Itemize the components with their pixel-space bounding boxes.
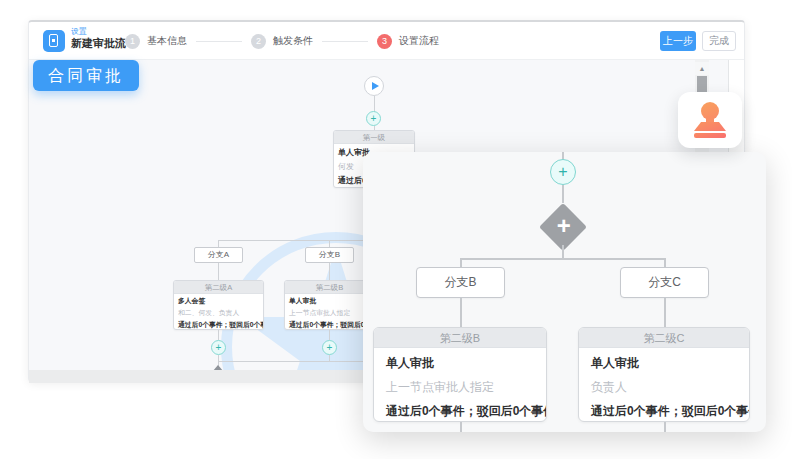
node-events: 通过后0个事件；驳回后0个事件 xyxy=(374,396,546,420)
flow-line xyxy=(460,258,462,267)
step-label: 设置流程 xyxy=(399,34,439,48)
flow-line xyxy=(374,96,375,112)
node-assignee: 和二、何发、负责人 xyxy=(174,306,263,318)
plus-icon: + xyxy=(547,210,581,242)
node-card-title: 第二级A xyxy=(174,281,263,294)
node-card-level2a[interactable]: 第二级A 多人会签 和二、何发、负责人 通过后0个事件；驳回后0个事件 xyxy=(173,280,264,330)
node-approval-type: 单人审批 xyxy=(285,294,374,306)
previous-step-button[interactable]: 上一步 xyxy=(660,31,696,51)
step-trigger-condition[interactable]: 2 触发条件 xyxy=(251,34,313,49)
flow-line xyxy=(329,330,330,340)
flow-line xyxy=(562,185,564,203)
flow-line xyxy=(218,263,219,280)
zoom-panel: + + 分支B 分支C 第二级B 单人审批 上一节点审批人指定 通过后0个事件；… xyxy=(363,152,766,432)
flow-line xyxy=(218,330,219,340)
flow-line xyxy=(664,258,666,267)
flow-line xyxy=(664,298,666,327)
stamp-card xyxy=(678,92,742,148)
step-set-process[interactable]: 3 设置流程 xyxy=(377,34,439,49)
wizard-steps: 1 基本信息 2 触发条件 3 设置流程 xyxy=(125,22,439,60)
node-card-title: 第二级C xyxy=(579,328,749,348)
branch-c-box[interactable]: 分支C xyxy=(620,267,709,298)
play-icon xyxy=(372,82,379,90)
node-assignee: 负责人 xyxy=(579,372,749,396)
condition-branch-node[interactable]: + xyxy=(539,203,587,251)
flow-line xyxy=(329,240,330,247)
page-title: 新建审批流 xyxy=(71,37,126,51)
node-card-title: 第二级B xyxy=(374,328,546,348)
flow-line xyxy=(664,422,666,432)
node-card-title: 第二级B xyxy=(285,281,374,294)
process-name-tag: 合同审批 xyxy=(33,60,139,91)
step-basic-info[interactable]: 1 基本信息 xyxy=(125,34,187,49)
branch-b-box[interactable]: 分支B xyxy=(305,247,354,263)
start-node[interactable] xyxy=(364,76,384,96)
flow-line xyxy=(460,298,462,327)
node-card-level2b[interactable]: 第二级B 单人审批 上一节点审批人指定 通过后0个事件；驳回后0个事件 xyxy=(284,280,375,330)
add-node-button[interactable]: + xyxy=(550,159,576,185)
step-label: 触发条件 xyxy=(273,34,313,48)
step-number: 3 xyxy=(377,34,392,49)
flow-line xyxy=(218,240,219,247)
step-connector xyxy=(196,41,242,42)
add-node-button[interactable]: + xyxy=(211,340,226,355)
app-title-block: 设置 新建审批流 xyxy=(71,27,126,51)
node-card-level2b[interactable]: 第二级B 单人审批 上一节点审批人指定 通过后0个事件；驳回后0个事件 xyxy=(373,327,547,422)
node-events: 通过后0个事件；驳回后0个事件 xyxy=(285,318,374,330)
node-approval-type: 单人审批 xyxy=(374,348,546,372)
flow-line xyxy=(562,245,564,258)
app-document-icon xyxy=(43,30,65,52)
titlebar: 设置 新建审批流 1 基本信息 2 触发条件 3 设置流程 上 xyxy=(29,22,744,60)
flow-line xyxy=(329,263,330,280)
document-icon xyxy=(49,34,58,47)
branch-a-box[interactable]: 分支A xyxy=(194,247,243,263)
node-card-level2c[interactable]: 第二级C 单人审批 负责人 通过后0个事件；驳回后0个事件 xyxy=(578,327,750,422)
branch-b-box[interactable]: 分支B xyxy=(416,267,505,298)
stamp-icon xyxy=(693,102,727,138)
flow-line xyxy=(460,258,665,260)
step-connector xyxy=(322,41,368,42)
scroll-up-button[interactable]: ▲ xyxy=(695,62,709,75)
finish-button[interactable]: 完成 xyxy=(702,31,736,51)
node-assignee: 上一节点审批人指定 xyxy=(374,372,546,396)
step-number: 2 xyxy=(251,34,266,49)
add-node-button[interactable]: + xyxy=(322,340,337,355)
node-approval-type: 单人审批 xyxy=(579,348,749,372)
step-number: 1 xyxy=(125,34,140,49)
flow-line xyxy=(460,422,462,432)
page: 设置 新建审批流 1 基本信息 2 触发条件 3 设置流程 上 xyxy=(0,0,792,459)
add-node-button[interactable]: + xyxy=(366,111,381,126)
node-events: 通过后0个事件；驳回后0个事件 xyxy=(579,396,749,420)
app-eyebrow: 设置 xyxy=(71,27,126,37)
node-approval-type: 多人会签 xyxy=(174,294,263,306)
step-label: 基本信息 xyxy=(147,34,187,48)
node-assignee: 上一节点审批人指定 xyxy=(285,306,374,318)
node-card-title: 第一级 xyxy=(334,131,414,144)
node-events: 通过后0个事件；驳回后0个事件 xyxy=(174,318,263,330)
